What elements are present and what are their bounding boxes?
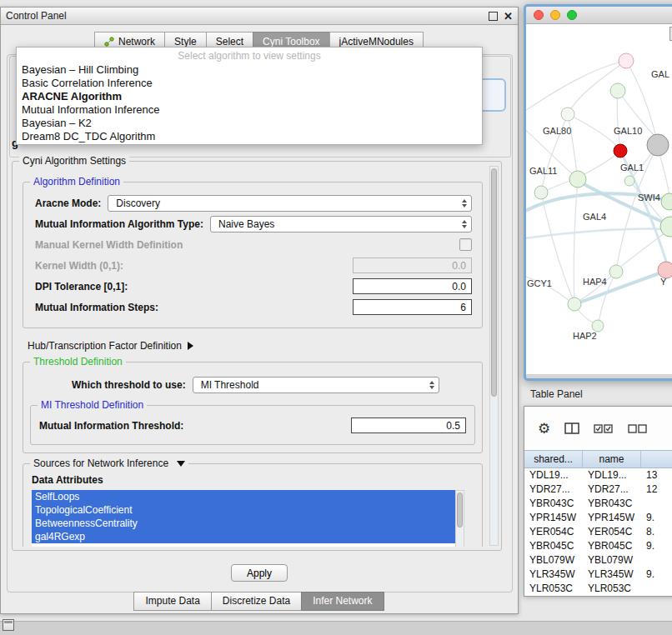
- restore-panel-icon[interactable]: [3, 619, 14, 631]
- float-window-icon[interactable]: [489, 12, 498, 21]
- network-canvas[interactable]: GAL GAL80 GAL10 GAL11 GAL1 SWI4 GAL4 GCY…: [526, 24, 672, 374]
- show-columns-icon[interactable]: [564, 422, 579, 434]
- table-row[interactable]: YDR27... YDR27... 12: [524, 482, 672, 497]
- popup-placeholder: Select algorithm to view settings: [17, 49, 482, 63]
- apply-button[interactable]: Apply: [231, 564, 288, 582]
- cyni-algorithm-settings-group: Cyni Algorithm Settings Algorithm Defini…: [12, 161, 502, 551]
- node-gcy1[interactable]: [568, 298, 581, 311]
- control-panel-titlebar[interactable]: Control Panel ✕: [1, 8, 518, 25]
- network-window-titlebar[interactable]: [526, 7, 672, 24]
- mi-steps-label: Mutual Information Steps:: [35, 302, 158, 313]
- scrollbar-thumb[interactable]: [491, 168, 497, 397]
- threshold-type-select[interactable]: MI Threshold: [193, 377, 439, 393]
- aracne-mode-select[interactable]: Discovery: [108, 195, 472, 212]
- table-row[interactable]: YLR053C YLR053C: [524, 582, 672, 596]
- table-row[interactable]: YDL19... YDL19... 13: [524, 468, 672, 482]
- cell: YPR145W: [583, 511, 641, 525]
- cell: YPR145W: [524, 511, 583, 525]
- network-node-gray[interactable]: [647, 134, 669, 156]
- cell: [641, 553, 672, 568]
- list-item-betweennesscentrality[interactable]: BetweennessCentrality: [32, 517, 455, 530]
- attributes-list-scrollbar[interactable]: [455, 490, 464, 547]
- network-node[interactable]: [610, 83, 625, 98]
- dpi-tolerance-input[interactable]: 0.0: [353, 278, 472, 294]
- mi-threshold-input[interactable]: 0.5: [351, 418, 466, 433]
- node-label-gal-clipped: GAL: [651, 69, 669, 79]
- column-header-name[interactable]: name: [583, 451, 641, 468]
- list-item-topologicalcoefficient[interactable]: TopologicalCoefficient: [32, 503, 455, 517]
- popup-item-bayesian-hill-climbing[interactable]: Bayesian – Hill Climbing: [17, 63, 482, 77]
- node-hap4[interactable]: [609, 265, 623, 278]
- column-header-shared-name[interactable]: shared...: [524, 451, 583, 468]
- tab-label: Cyni Toolbox: [263, 36, 319, 48]
- close-icon[interactable]: ✕: [504, 11, 513, 22]
- mi-threshold-definition-title: MI Threshold Definition: [38, 399, 147, 411]
- node-label-gal4: GAL4: [583, 212, 606, 222]
- cell: 8.: [641, 525, 672, 539]
- table-row[interactable]: YBL079W YBL079W: [524, 553, 672, 568]
- table-panel-label: Table Panel: [530, 388, 583, 400]
- tab-discretize-data[interactable]: Discretize Data: [211, 592, 302, 611]
- kernel-width-row: Kernel Width (0,1): 0.0: [23, 255, 482, 276]
- deselect-all-checkboxes-icon[interactable]: [628, 423, 648, 433]
- network-node-salmon[interactable]: [658, 262, 672, 278]
- column-header-clipped[interactable]: [641, 451, 672, 468]
- hub-definition-expander[interactable]: Hub/Transcription Factor Definition: [28, 338, 483, 353]
- tab-infer-network[interactable]: Infer Network: [301, 592, 384, 611]
- minimize-traffic-light-icon[interactable]: [550, 10, 560, 20]
- scrollbar-thumb[interactable]: [457, 492, 463, 528]
- cell: 9.: [641, 568, 672, 582]
- mi-steps-row: Mutual Information Steps: 6: [23, 297, 482, 318]
- table-row[interactable]: YLR345W YLR345W 9.: [524, 568, 672, 582]
- node-gal11[interactable]: [569, 171, 586, 188]
- table-settings-gear-icon[interactable]: ⚙: [538, 422, 550, 436]
- table-row[interactable]: YER054C YER054C 8.: [524, 525, 672, 539]
- network-node[interactable]: [534, 186, 548, 199]
- table-row[interactable]: YBR045C YBR045C 9.: [524, 539, 672, 553]
- algorithm-dropdown-popup: Select algorithm to view settings Bayesi…: [16, 47, 483, 145]
- table-body: YDL19... YDL19... 13 YDR27... YDR27... 1…: [524, 468, 672, 596]
- close-traffic-light-icon[interactable]: [534, 10, 544, 20]
- cell: 9.: [641, 511, 672, 525]
- table-row[interactable]: YBR043C YBR043C: [524, 497, 672, 511]
- data-attributes-list-row: SelfLoops TopologicalCoefficient Between…: [23, 490, 482, 547]
- node-label-gal10: GAL10: [614, 126, 642, 136]
- aracne-mode-row: Aracne Mode: Discovery: [23, 192, 482, 213]
- control-panel-window: Control Panel ✕ Network Style Select: [0, 7, 519, 614]
- sources-title[interactable]: Sources for Network Inference: [30, 458, 188, 469]
- tab-label: Network: [118, 36, 155, 48]
- cell: YDR27...: [524, 482, 583, 497]
- mi-type-value: Naive Bayes: [218, 218, 274, 230]
- network-node-pink[interactable]: [619, 53, 634, 68]
- list-item-gal4rgexp[interactable]: gal4RGexp: [32, 530, 455, 543]
- collapse-down-icon: [177, 461, 185, 467]
- dpi-tolerance-value: 0.0: [452, 281, 466, 292]
- popup-item-aracne[interactable]: ARACNE Algorithm: [17, 90, 482, 103]
- tab-impute-data[interactable]: Impute Data: [133, 592, 211, 611]
- node-gal10-selected-red[interactable]: [614, 144, 627, 158]
- mi-algorithm-type-select[interactable]: Naive Bayes: [210, 216, 472, 232]
- dpi-tolerance-row: DPI Tolerance [0,1]: 0.0: [23, 276, 482, 297]
- cell: 13: [641, 468, 672, 482]
- node-swi4[interactable]: [661, 193, 672, 210]
- kernel-width-input: 0.0: [353, 258, 472, 273]
- popup-item-dream8[interactable]: Dream8 DC_TDC Algorithm: [17, 130, 482, 143]
- threshold-definition-title: Threshold Definition: [30, 356, 126, 368]
- zoom-traffic-light-icon[interactable]: [567, 10, 577, 20]
- popup-item-mutual-information[interactable]: Mutual Information Inference: [17, 103, 482, 117]
- manual-kernel-checkbox[interactable]: [459, 238, 472, 251]
- cell: YDR27...: [583, 482, 641, 497]
- tab-label: jActiveMNodules: [339, 36, 414, 48]
- mi-threshold-definition-group: MI Threshold Definition Mutual Informati…: [30, 405, 475, 445]
- node-gal1[interactable]: [624, 176, 634, 186]
- node-gal80[interactable]: [561, 108, 574, 121]
- node-label-hap2: HAP2: [573, 331, 597, 341]
- mi-steps-input[interactable]: 6: [353, 299, 472, 315]
- popup-item-bayesian-k2[interactable]: Bayesian – K2: [17, 117, 482, 130]
- table-row[interactable]: YPR145W YPR145W 9.: [524, 511, 672, 525]
- list-item-selfloops[interactable]: SelfLoops: [32, 490, 455, 503]
- popup-item-basic-correlation[interactable]: Basic Correlation Inference: [17, 77, 482, 90]
- select-all-checkboxes-icon[interactable]: [594, 423, 614, 433]
- settings-scrollbar[interactable]: [489, 166, 499, 546]
- node-hap2[interactable]: [592, 320, 604, 332]
